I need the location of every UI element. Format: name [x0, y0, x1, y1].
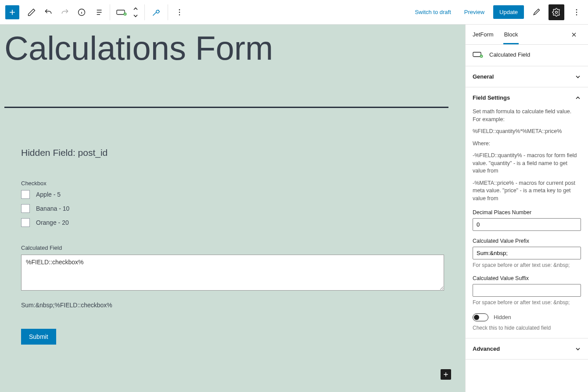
- checkbox-group-label: Checkbox: [21, 180, 444, 187]
- chevron-down-icon: [133, 14, 139, 18]
- submit-button[interactable]: Submit: [21, 329, 56, 345]
- preview-button[interactable]: Preview: [460, 6, 489, 18]
- svg-point-3: [179, 9, 180, 10]
- help-text: Where:: [473, 140, 581, 148]
- brush-icon: [532, 8, 541, 17]
- page-title[interactable]: Calculations Form: [0, 25, 465, 85]
- editor-toolbar: Switch to draft Preview Update: [0, 0, 588, 25]
- suffix-label: Calculated Value Suffix: [473, 275, 581, 281]
- hidden-toggle[interactable]: [473, 313, 488, 321]
- close-icon: [570, 31, 577, 38]
- calculated-preview: Sum:&nbsp;%FIELD::checkbox%: [21, 302, 444, 309]
- plus-icon: [8, 8, 17, 17]
- outline-button[interactable]: [90, 4, 106, 20]
- redo-button[interactable]: [57, 4, 73, 20]
- undo-button[interactable]: [40, 4, 56, 20]
- info-icon: [77, 8, 86, 17]
- gear-icon: [552, 8, 561, 17]
- svg-point-4: [179, 11, 180, 13]
- add-block-button[interactable]: [5, 5, 19, 19]
- prefix-input[interactable]: [473, 247, 581, 259]
- calculated-field-label: Calculated Field: [21, 245, 444, 251]
- hidden-toggle-label: Hidden: [494, 314, 511, 320]
- block-type-name: Calculated Field: [489, 51, 530, 58]
- checkbox-option[interactable]: Orange - 20: [21, 218, 444, 227]
- jet-block-button[interactable]: [114, 4, 129, 20]
- update-button[interactable]: Update: [493, 5, 524, 19]
- help-text: -%META::price% - macros for current post…: [473, 180, 581, 203]
- suffix-help: For space before or after text use: &nbs…: [473, 299, 581, 306]
- help-text: %FIELD::quantity%*%META::price%: [473, 128, 581, 136]
- editor-more-button[interactable]: [569, 4, 584, 20]
- more-vertical-icon: [572, 8, 581, 17]
- undo-icon: [44, 8, 53, 17]
- edit-mode-button[interactable]: [24, 4, 39, 20]
- field-icon: [116, 8, 127, 17]
- panel-field-settings-toggle[interactable]: Field Settings: [466, 87, 588, 108]
- block-type-header: Calculated Field: [466, 45, 588, 66]
- svg-rect-10: [473, 52, 481, 57]
- decimal-places-label: Decimal Places Number: [473, 209, 581, 216]
- tab-block[interactable]: Block: [499, 25, 523, 44]
- calculated-formula-textarea[interactable]: [21, 255, 444, 291]
- suffix-input[interactable]: [473, 284, 581, 297]
- svg-point-8: [576, 11, 577, 13]
- svg-point-6: [556, 11, 558, 13]
- info-button[interactable]: [74, 4, 90, 20]
- prefix-help: For space before or after text use: &nbs…: [473, 262, 581, 268]
- tab-jetform[interactable]: JetForm: [467, 25, 499, 44]
- svg-rect-1: [117, 10, 125, 14]
- list-icon: [94, 8, 103, 17]
- chevron-down-icon: [575, 346, 581, 352]
- panel-advanced-toggle[interactable]: Advanced: [466, 338, 588, 359]
- block-more-button[interactable]: [172, 4, 187, 20]
- checkbox-label: Banana - 10: [36, 205, 69, 212]
- svg-point-5: [179, 14, 180, 15]
- divider: [4, 107, 448, 108]
- editor-canvas[interactable]: Calculations Form Hidden Field: post_id …: [0, 25, 465, 392]
- checkbox-input[interactable]: [21, 204, 30, 213]
- checkbox-option[interactable]: Apple - 5: [21, 190, 444, 199]
- chevron-down-icon: [575, 74, 581, 80]
- settings-sidebar: JetForm Block Calculated Field General: [465, 25, 588, 392]
- move-down-button[interactable]: [130, 12, 141, 19]
- checkbox-input[interactable]: [21, 190, 30, 199]
- panel-advanced-label: Advanced: [473, 345, 500, 352]
- prefix-label: Calculated Value Prefix: [473, 238, 581, 244]
- chevron-up-icon: [133, 7, 139, 11]
- more-vertical-icon: [175, 8, 184, 17]
- checkbox-option[interactable]: Banana - 10: [21, 204, 444, 213]
- decimal-places-input[interactable]: [473, 218, 581, 231]
- pencil-icon: [27, 8, 36, 17]
- switch-to-draft-button[interactable]: Switch to draft: [410, 6, 455, 18]
- tools-button[interactable]: [148, 4, 164, 20]
- panel-general-label: General: [473, 73, 494, 80]
- plus-icon: [442, 371, 449, 378]
- help-text: -%FIELD::quantity% - macros for form fie…: [473, 152, 581, 175]
- redo-icon: [61, 8, 69, 17]
- checkbox-input[interactable]: [21, 218, 30, 227]
- svg-point-7: [576, 9, 577, 10]
- jet-styles-button[interactable]: [528, 4, 544, 20]
- panel-general-toggle[interactable]: General: [466, 66, 588, 87]
- settings-button[interactable]: [549, 4, 564, 20]
- add-block-inline-button[interactable]: [441, 369, 451, 380]
- calculated-field-icon: [473, 49, 483, 60]
- close-sidebar-button[interactable]: [570, 27, 586, 43]
- panel-field-settings-label: Field Settings: [473, 94, 510, 101]
- checkbox-label: Apple - 5: [36, 191, 61, 198]
- move-up-button[interactable]: [130, 5, 141, 12]
- help-text: Set math formula to calculate field valu…: [473, 108, 581, 123]
- svg-point-9: [576, 14, 577, 15]
- checkbox-label: Orange - 20: [36, 219, 69, 226]
- hidden-help: Check this to hide calculated field: [473, 325, 581, 331]
- hidden-field-block[interactable]: Hidden Field: post_id: [21, 147, 444, 158]
- wrench-icon: [152, 8, 161, 17]
- chevron-up-icon: [575, 95, 581, 101]
